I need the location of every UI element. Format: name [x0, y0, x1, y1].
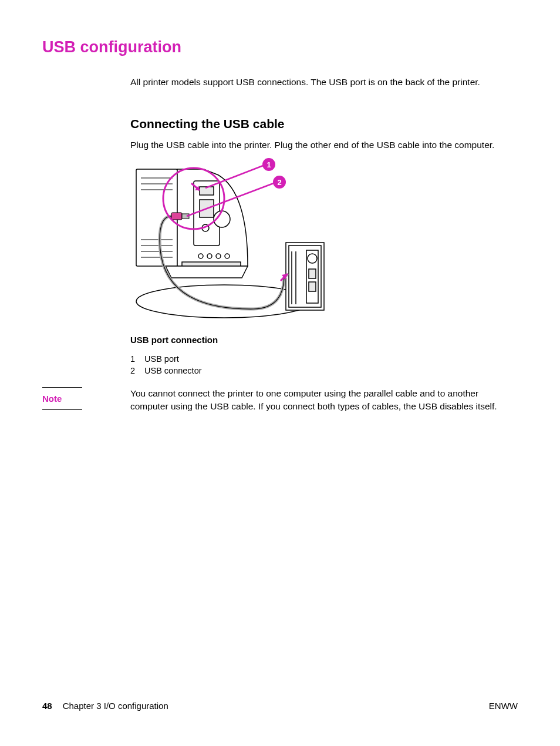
svg-rect-23	[309, 269, 316, 278]
footer-chapter: Chapter 3 I/O configuration	[63, 701, 168, 711]
document-page: USB configuration All printer models sup…	[0, 0, 560, 746]
svg-rect-18	[182, 262, 241, 266]
content-column: All printer models support USB connectio…	[130, 76, 518, 414]
svg-rect-24	[309, 282, 316, 291]
page-title: USB configuration	[42, 38, 518, 56]
figure-legend: 1 USB port 2 USB connector	[130, 353, 518, 377]
legend-label: USB connector	[144, 365, 202, 377]
note-rule-bottom	[42, 409, 82, 410]
section-heading: Connecting the USB cable	[130, 117, 518, 131]
note-rule-top	[42, 387, 82, 388]
legend-row: 1 USB port	[130, 353, 518, 365]
section-text: Plug the USB cable into the printer. Plu…	[130, 139, 518, 152]
footer-right: ENWW	[489, 701, 518, 711]
usb-connection-figure: 1 2	[130, 157, 330, 322]
callout-1-number: 1	[266, 160, 271, 169]
legend-row: 2 USB connector	[130, 365, 518, 377]
footer-page-number: 48	[42, 701, 52, 711]
figure-caption: USB port connection	[130, 335, 518, 345]
callout-2-number: 2	[277, 178, 281, 187]
legend-label: USB port	[144, 353, 179, 365]
intro-paragraph: All printer models support USB connectio…	[130, 76, 518, 89]
legend-number: 2	[130, 365, 144, 377]
legend-number: 1	[130, 353, 144, 365]
page-footer: 48 Chapter 3 I/O configuration ENWW	[42, 701, 518, 711]
footer-left: 48 Chapter 3 I/O configuration	[42, 701, 168, 711]
note-block: Note You cannot connect the printer to o…	[130, 387, 518, 414]
note-text: You cannot connect the printer to one co…	[130, 387, 518, 412]
note-label-column: Note	[42, 387, 82, 410]
svg-rect-27	[171, 213, 182, 220]
note-label: Note	[42, 394, 82, 404]
